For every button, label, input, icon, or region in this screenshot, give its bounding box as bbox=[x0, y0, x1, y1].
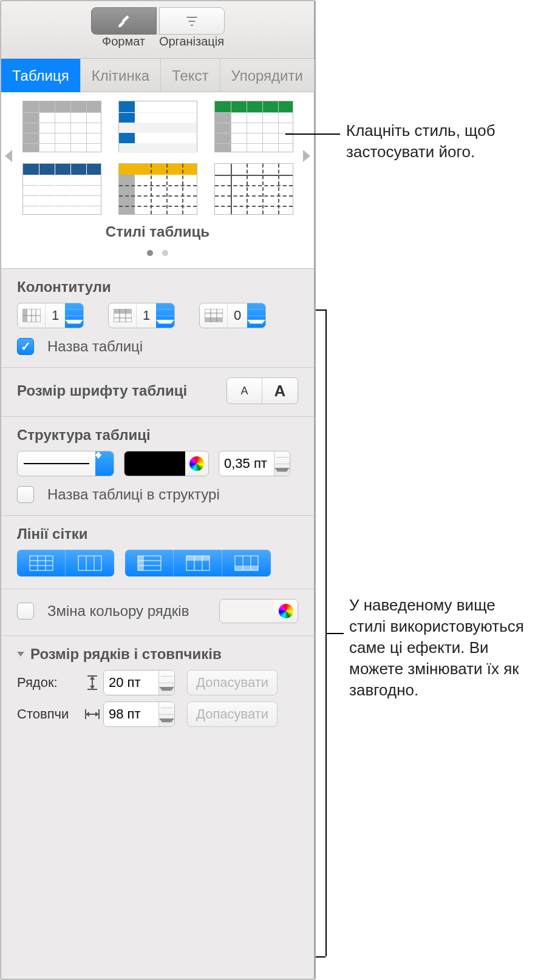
filter-icon bbox=[184, 13, 200, 29]
row-col-size-title: Розмір рядків і стовпчиків bbox=[30, 646, 222, 663]
table-name-checkbox[interactable] bbox=[17, 338, 34, 355]
table-styles-area: Стилі таблиць bbox=[1, 92, 314, 269]
inspector-toolbar: Формат Організація bbox=[1, 1, 314, 59]
table-name-label: Назва таблиці bbox=[47, 338, 143, 355]
row-color-well[interactable] bbox=[219, 599, 298, 623]
styles-next-arrow[interactable] bbox=[303, 150, 310, 162]
svg-rect-20 bbox=[78, 556, 101, 570]
svg-rect-28 bbox=[186, 556, 209, 561]
outline-line-style[interactable] bbox=[17, 451, 114, 476]
organize-label: Організація bbox=[159, 35, 225, 49]
row-col-size-section: Розмір рядків і стовпчиків Рядок: Допасу… bbox=[1, 636, 314, 745]
row-height-icon bbox=[81, 675, 103, 691]
gridlines-icon bbox=[78, 555, 102, 571]
tab-cell[interactable]: Клітинка bbox=[81, 59, 161, 92]
callout-top: Клацніть стиль, щоб застосувати його. bbox=[346, 120, 528, 163]
outline-color-swatch[interactable] bbox=[124, 451, 185, 476]
alternating-row-checkbox[interactable] bbox=[17, 603, 34, 620]
tab-arrange[interactable]: Упорядити bbox=[220, 59, 315, 92]
gridlines-title: Лінії сітки bbox=[17, 525, 298, 542]
footer-rows-stepper[interactable]: 0 bbox=[199, 303, 266, 328]
gridlines-icon bbox=[29, 555, 53, 571]
alternating-row-label: Зміна кольору рядків bbox=[47, 603, 189, 620]
outline-width-field[interactable] bbox=[219, 451, 290, 476]
header-rows-icon bbox=[109, 303, 137, 328]
callout-bracket-bottom bbox=[316, 956, 325, 958]
styles-pager bbox=[7, 244, 308, 260]
svg-rect-11 bbox=[205, 317, 223, 322]
gridlines-icon bbox=[234, 555, 259, 571]
row-color-picker[interactable] bbox=[274, 600, 298, 623]
color-wheel-icon bbox=[279, 604, 293, 618]
col-width-label: Стовпчи bbox=[17, 706, 81, 722]
callout-bottom: У наведеному вище стилі використовуються… bbox=[349, 595, 531, 701]
footer-rows-icon bbox=[200, 303, 228, 328]
outline-width-input[interactable] bbox=[219, 451, 274, 476]
format-button[interactable]: Формат bbox=[91, 7, 157, 49]
font-size-section: Розмір шрифту таблиці A A bbox=[1, 368, 314, 417]
gridlines-header-row[interactable] bbox=[174, 550, 222, 576]
outline-color-picker[interactable] bbox=[185, 451, 208, 476]
callout-bracket-top bbox=[316, 309, 325, 311]
col-fit-button[interactable]: Допасувати bbox=[187, 701, 278, 727]
header-rows-value: 1 bbox=[137, 308, 156, 323]
row-fit-button[interactable]: Допасувати bbox=[187, 670, 278, 695]
gridlines-header-col[interactable] bbox=[125, 550, 174, 576]
font-size-title: Розмір шрифту таблиці bbox=[17, 382, 187, 399]
outline-color-well[interactable] bbox=[124, 451, 209, 476]
col-width-input[interactable] bbox=[104, 702, 158, 726]
row-height-field[interactable] bbox=[103, 670, 175, 695]
gridlines-icon bbox=[186, 555, 210, 571]
outline-title: Структура таблиці bbox=[17, 427, 298, 444]
gridlines-icon bbox=[137, 555, 162, 571]
format-tabs: Таблиця Клітинка Текст Упорядити bbox=[1, 59, 314, 92]
pager-dot-2[interactable] bbox=[162, 250, 168, 256]
format-label: Формат bbox=[91, 35, 157, 49]
headers-title: Колонтитули bbox=[17, 279, 298, 296]
svg-rect-24 bbox=[138, 556, 144, 570]
header-columns-stepper[interactable]: 1 bbox=[17, 303, 84, 328]
organize-button[interactable]: Організація bbox=[159, 7, 225, 49]
svg-rect-15 bbox=[30, 556, 53, 570]
styles-caption: Стилі таблиць bbox=[7, 223, 308, 240]
col-width-icon bbox=[81, 708, 103, 720]
gridlines-body-vertical[interactable] bbox=[66, 550, 114, 576]
font-size-larger[interactable]: A bbox=[262, 378, 298, 404]
callout-line bbox=[285, 133, 340, 135]
tab-table[interactable]: Таблиця bbox=[1, 59, 81, 92]
header-columns-value: 1 bbox=[46, 308, 65, 323]
row-col-size-disclosure[interactable]: Розмір рядків і стовпчиків bbox=[17, 646, 298, 663]
table-style-4[interactable] bbox=[22, 163, 101, 215]
row-height-label: Рядок: bbox=[17, 675, 81, 691]
header-columns-icon bbox=[18, 303, 46, 328]
color-wheel-icon bbox=[189, 456, 204, 471]
row-color-section: Зміна кольору рядків bbox=[1, 589, 314, 636]
inspector-panel: Формат Організація Таблиця Клітинка Текс… bbox=[0, 0, 316, 980]
header-rows-stepper[interactable]: 1 bbox=[108, 303, 175, 328]
svg-rect-32 bbox=[235, 566, 258, 570]
table-style-1[interactable] bbox=[22, 101, 101, 152]
gridlines-body-horizontal[interactable] bbox=[17, 550, 66, 576]
gridlines-section: Лінії сітки bbox=[1, 516, 314, 589]
table-style-6[interactable] bbox=[214, 163, 293, 215]
row-height-input[interactable] bbox=[104, 671, 158, 695]
outline-section: Структура таблиці Назва таблиці в структ… bbox=[1, 417, 314, 516]
svg-rect-6 bbox=[114, 309, 132, 314]
table-style-5[interactable] bbox=[118, 163, 197, 215]
brush-icon bbox=[116, 13, 132, 29]
row-color-swatch[interactable] bbox=[220, 600, 274, 623]
callout-bracket-mid bbox=[325, 633, 344, 634]
font-size-smaller[interactable]: A bbox=[227, 378, 262, 404]
name-in-outline-label: Назва таблиці в структурі bbox=[47, 486, 220, 503]
table-style-2[interactable] bbox=[118, 101, 197, 152]
font-size-toggle[interactable]: A A bbox=[226, 377, 298, 404]
gridlines-footer-row[interactable] bbox=[222, 550, 271, 576]
headers-section: Колонтитули 1 1 0 bbox=[1, 269, 314, 368]
name-in-outline-checkbox[interactable] bbox=[17, 486, 34, 503]
pager-dot-1[interactable] bbox=[147, 250, 153, 256]
footer-rows-value: 0 bbox=[228, 308, 247, 323]
table-style-3[interactable] bbox=[214, 101, 293, 152]
col-width-field[interactable] bbox=[103, 701, 175, 727]
tab-text[interactable]: Текст bbox=[161, 59, 220, 92]
styles-prev-arrow[interactable] bbox=[5, 150, 12, 162]
